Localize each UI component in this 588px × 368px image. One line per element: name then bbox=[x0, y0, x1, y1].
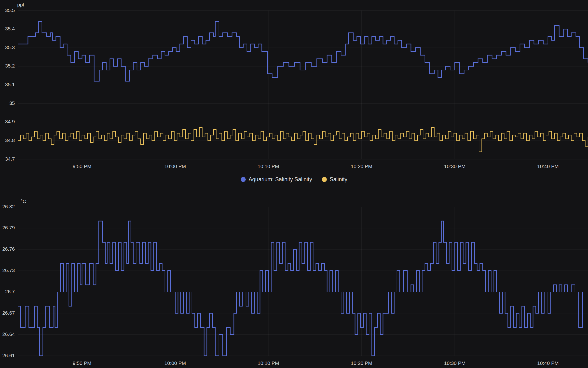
legend: Aquarium: Salinity Salinity Salinity bbox=[0, 177, 588, 182]
y-axis-tick-label: 26.64 bbox=[2, 331, 15, 337]
legend-label-aquarium-salinity: Aquarium: Salinity Salinity bbox=[249, 177, 312, 182]
temperature-chart-plot[interactable]: 26.8226.7926.7626.7326.726.6726.6426.619… bbox=[0, 195, 588, 368]
x-axis-tick-label: 10:10 PM bbox=[258, 360, 279, 366]
legend-series-dot-yellow-icon bbox=[322, 177, 327, 182]
y-axis-tick-label: 26.7 bbox=[5, 289, 15, 294]
x-axis-tick-label: 9:50 PM bbox=[73, 360, 91, 366]
series-line-temperature bbox=[18, 221, 588, 356]
y-axis-tick-label: 34.8 bbox=[5, 138, 15, 143]
y-axis-tick-label: 26.76 bbox=[2, 246, 15, 252]
x-axis-tick-label: 10:00 PM bbox=[164, 360, 186, 366]
y-axis-tick-label: 34.7 bbox=[5, 156, 15, 162]
y-axis-tick-label: 26.61 bbox=[2, 353, 15, 358]
y-axis-tick-label: 35.1 bbox=[5, 82, 15, 87]
x-axis-tick-label: 10:30 PM bbox=[444, 164, 465, 169]
salinity-chart-plot[interactable]: 35.535.435.335.235.13534.934.834.79:50 P… bbox=[0, 0, 588, 172]
series-line-aquarium-salinity-salinity bbox=[18, 22, 588, 81]
y-axis-unit-label-ppt: ppt bbox=[17, 2, 24, 8]
y-axis-tick-label: 35.5 bbox=[5, 7, 15, 13]
y-axis-tick-label: 35.4 bbox=[5, 26, 15, 31]
y-axis-tick-label: 26.73 bbox=[2, 267, 15, 273]
x-axis-tick-label: 10:20 PM bbox=[351, 164, 372, 169]
y-axis-tick-label: 26.67 bbox=[2, 310, 15, 316]
x-axis-tick-label: 9:50 PM bbox=[73, 164, 91, 169]
x-axis-tick-label: 10:00 PM bbox=[164, 164, 186, 169]
y-axis-tick-label: 35 bbox=[9, 100, 15, 106]
y-axis-tick-label: 34.9 bbox=[5, 119, 15, 124]
x-axis-tick-label: 10:40 PM bbox=[537, 164, 559, 169]
y-axis-tick-label: 35.3 bbox=[5, 45, 15, 50]
salinity-panel: ppt 35.535.435.335.235.13534.934.834.79:… bbox=[0, 0, 588, 195]
temperature-panel: °C 26.8226.7926.7626.7326.726.6726.6426.… bbox=[0, 195, 588, 368]
x-axis-tick-label: 10:20 PM bbox=[351, 360, 372, 366]
x-axis-tick-label: 10:30 PM bbox=[444, 360, 465, 366]
y-axis-tick-label: 26.82 bbox=[2, 204, 15, 209]
dashboard: ppt 35.535.435.335.235.13534.934.834.79:… bbox=[0, 0, 588, 368]
legend-label-salinity: Salinity bbox=[330, 177, 347, 182]
x-axis-tick-label: 10:10 PM bbox=[258, 164, 279, 169]
y-axis-unit-label-celsius: °C bbox=[21, 199, 26, 204]
y-axis-tick-label: 26.79 bbox=[2, 225, 15, 230]
series-line-salinity bbox=[18, 128, 588, 152]
legend-item-aquarium-salinity[interactable]: Aquarium: Salinity Salinity bbox=[241, 177, 312, 182]
legend-item-salinity[interactable]: Salinity bbox=[322, 177, 347, 182]
y-axis-tick-label: 35.2 bbox=[5, 63, 15, 68]
legend-series-dot-blue-icon bbox=[241, 177, 246, 182]
x-axis-tick-label: 10:40 PM bbox=[537, 360, 559, 366]
